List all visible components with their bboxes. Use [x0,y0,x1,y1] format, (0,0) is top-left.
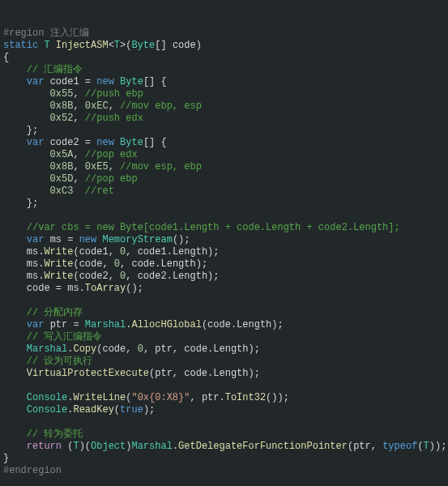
method-name: InjectASM [56,40,109,51]
code-block: #region 注入汇编 static T InjectASM<T>(Byte[… [3,28,445,477]
type-t: T [44,40,49,51]
region-directive: #region [3,28,44,39]
comment: //var cbs = new Byte[code1.Length + code… [27,222,400,233]
endregion-directive: #endregion [3,465,62,476]
comment: // 分配内存 [27,307,83,318]
comment: // 转为委托 [27,428,83,440]
region-label: 注入汇编 [44,28,88,39]
kw-static: static [3,40,38,51]
comment: // 汇编指令 [27,64,83,75]
comment: // 设为可执行 [27,356,93,367]
comment: // 写入汇编指令 [27,331,103,343]
